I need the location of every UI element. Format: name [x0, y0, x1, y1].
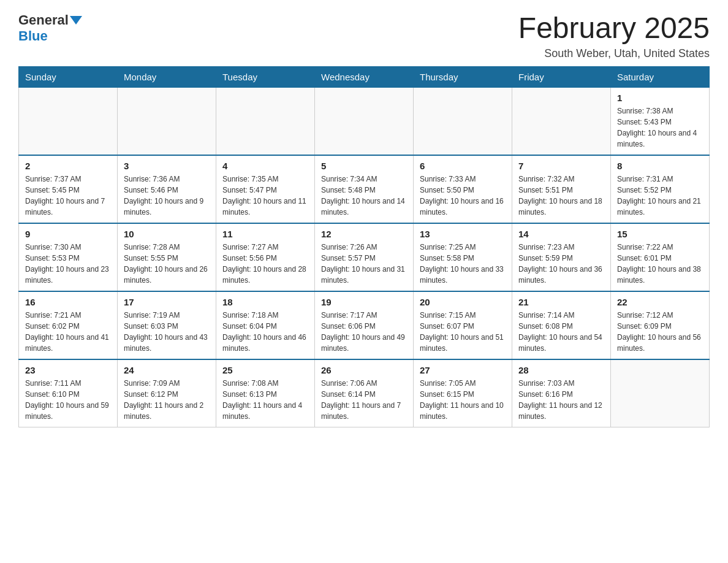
day-number: 3: [124, 161, 210, 171]
day-number: 25: [222, 365, 308, 375]
day-info: Sunrise: 7:18 AMSunset: 6:04 PMDaylight:…: [222, 310, 308, 354]
day-number: 15: [617, 229, 703, 239]
day-number: 8: [617, 161, 703, 171]
calendar-cell: [216, 87, 315, 155]
logo: General Blue: [18, 12, 83, 44]
day-info: Sunrise: 7:14 AMSunset: 6:08 PMDaylight:…: [518, 310, 604, 354]
day-number: 27: [420, 365, 506, 375]
day-info: Sunrise: 7:38 AMSunset: 5:43 PMDaylight:…: [617, 105, 703, 150]
calendar-cell: 19Sunrise: 7:17 AMSunset: 6:06 PMDayligh…: [315, 291, 414, 359]
weekday-header-tuesday: Tuesday: [216, 66, 315, 87]
day-number: 12: [321, 229, 407, 239]
day-number: 19: [321, 297, 407, 307]
day-info: Sunrise: 7:17 AMSunset: 6:06 PMDaylight:…: [321, 310, 407, 354]
day-number: 6: [420, 161, 506, 171]
day-info: Sunrise: 7:21 AMSunset: 6:02 PMDaylight:…: [25, 310, 111, 354]
day-number: 28: [518, 365, 604, 375]
day-info: Sunrise: 7:33 AMSunset: 5:50 PMDaylight:…: [420, 174, 506, 218]
month-title: February 2025: [518, 12, 710, 45]
calendar-cell: [512, 87, 611, 155]
location-text: South Weber, Utah, United States: [518, 47, 710, 60]
calendar-cell: 2Sunrise: 7:37 AMSunset: 5:45 PMDaylight…: [19, 155, 118, 223]
day-info: Sunrise: 7:28 AMSunset: 5:55 PMDaylight:…: [124, 242, 210, 286]
calendar-cell: 23Sunrise: 7:11 AMSunset: 6:10 PMDayligh…: [19, 359, 118, 427]
calendar-table: SundayMondayTuesdayWednesdayThursdayFrid…: [18, 66, 710, 427]
weekday-header-wednesday: Wednesday: [315, 66, 414, 87]
calendar-cell: 22Sunrise: 7:12 AMSunset: 6:09 PMDayligh…: [611, 291, 710, 359]
day-number: 10: [124, 229, 210, 239]
calendar-cell: [611, 359, 710, 427]
day-number: 13: [420, 229, 506, 239]
calendar-cell: 20Sunrise: 7:15 AMSunset: 6:07 PMDayligh…: [414, 291, 512, 359]
day-info: Sunrise: 7:37 AMSunset: 5:45 PMDaylight:…: [25, 174, 111, 218]
calendar-cell: 7Sunrise: 7:32 AMSunset: 5:51 PMDaylight…: [512, 155, 611, 223]
calendar-cell: [414, 87, 512, 155]
day-number: 26: [321, 365, 407, 375]
day-number: 23: [25, 365, 111, 375]
day-number: 14: [518, 229, 604, 239]
day-number: 1: [617, 93, 703, 103]
calendar-cell: 13Sunrise: 7:25 AMSunset: 5:58 PMDayligh…: [414, 223, 512, 291]
calendar-cell: 4Sunrise: 7:35 AMSunset: 5:47 PMDaylight…: [216, 155, 315, 223]
day-number: 9: [25, 229, 111, 239]
day-info: Sunrise: 7:26 AMSunset: 5:57 PMDaylight:…: [321, 242, 407, 286]
logo-blue-text: Blue: [18, 28, 48, 44]
day-number: 22: [617, 297, 703, 307]
logo-arrow-icon: [70, 16, 82, 25]
day-info: Sunrise: 7:34 AMSunset: 5:48 PMDaylight:…: [321, 174, 407, 218]
day-info: Sunrise: 7:35 AMSunset: 5:47 PMDaylight:…: [222, 174, 308, 218]
calendar-cell: 1Sunrise: 7:38 AMSunset: 5:43 PMDaylight…: [611, 87, 710, 155]
calendar-cell: [118, 87, 216, 155]
calendar-cell: 11Sunrise: 7:27 AMSunset: 5:56 PMDayligh…: [216, 223, 315, 291]
day-info: Sunrise: 7:23 AMSunset: 5:59 PMDaylight:…: [518, 242, 604, 286]
day-info: Sunrise: 7:30 AMSunset: 5:53 PMDaylight:…: [25, 242, 111, 286]
weekday-header-thursday: Thursday: [414, 66, 512, 87]
day-number: 5: [321, 161, 407, 171]
logo-general-text: General: [18, 12, 69, 28]
day-info: Sunrise: 7:03 AMSunset: 6:16 PMDaylight:…: [518, 378, 604, 422]
day-number: 21: [518, 297, 604, 307]
calendar-cell: 17Sunrise: 7:19 AMSunset: 6:03 PMDayligh…: [118, 291, 216, 359]
calendar-cell: 3Sunrise: 7:36 AMSunset: 5:46 PMDaylight…: [118, 155, 216, 223]
calendar-cell: 10Sunrise: 7:28 AMSunset: 5:55 PMDayligh…: [118, 223, 216, 291]
weekday-header-row: SundayMondayTuesdayWednesdayThursdayFrid…: [19, 66, 710, 87]
calendar-week-row: 1Sunrise: 7:38 AMSunset: 5:43 PMDaylight…: [19, 87, 710, 155]
day-number: 11: [222, 229, 308, 239]
day-info: Sunrise: 7:22 AMSunset: 6:01 PMDaylight:…: [617, 242, 703, 286]
calendar-cell: 26Sunrise: 7:06 AMSunset: 6:14 PMDayligh…: [315, 359, 414, 427]
day-info: Sunrise: 7:19 AMSunset: 6:03 PMDaylight:…: [124, 310, 210, 354]
weekday-header-monday: Monday: [118, 66, 216, 87]
day-number: 4: [222, 161, 308, 171]
day-info: Sunrise: 7:09 AMSunset: 6:12 PMDaylight:…: [124, 378, 210, 422]
weekday-header-saturday: Saturday: [611, 66, 710, 87]
day-number: 18: [222, 297, 308, 307]
day-info: Sunrise: 7:05 AMSunset: 6:15 PMDaylight:…: [420, 378, 506, 422]
day-number: 20: [420, 297, 506, 307]
weekday-header-sunday: Sunday: [19, 66, 118, 87]
calendar-cell: 15Sunrise: 7:22 AMSunset: 6:01 PMDayligh…: [611, 223, 710, 291]
day-info: Sunrise: 7:06 AMSunset: 6:14 PMDaylight:…: [321, 378, 407, 422]
calendar-cell: 5Sunrise: 7:34 AMSunset: 5:48 PMDaylight…: [315, 155, 414, 223]
day-info: Sunrise: 7:31 AMSunset: 5:52 PMDaylight:…: [617, 174, 703, 218]
calendar-cell: 12Sunrise: 7:26 AMSunset: 5:57 PMDayligh…: [315, 223, 414, 291]
calendar-cell: 6Sunrise: 7:33 AMSunset: 5:50 PMDaylight…: [414, 155, 512, 223]
calendar-week-row: 23Sunrise: 7:11 AMSunset: 6:10 PMDayligh…: [19, 359, 710, 427]
weekday-header-friday: Friday: [512, 66, 611, 87]
day-number: 24: [124, 365, 210, 375]
calendar-week-row: 9Sunrise: 7:30 AMSunset: 5:53 PMDaylight…: [19, 223, 710, 291]
day-info: Sunrise: 7:11 AMSunset: 6:10 PMDaylight:…: [25, 378, 111, 422]
calendar-cell: 16Sunrise: 7:21 AMSunset: 6:02 PMDayligh…: [19, 291, 118, 359]
calendar-cell: 18Sunrise: 7:18 AMSunset: 6:04 PMDayligh…: [216, 291, 315, 359]
day-info: Sunrise: 7:32 AMSunset: 5:51 PMDaylight:…: [518, 174, 604, 218]
day-info: Sunrise: 7:08 AMSunset: 6:13 PMDaylight:…: [222, 378, 308, 422]
day-info: Sunrise: 7:25 AMSunset: 5:58 PMDaylight:…: [420, 242, 506, 286]
title-section: February 2025 South Weber, Utah, United …: [518, 12, 710, 60]
page-header: General Blue February 2025 South Weber, …: [18, 12, 710, 60]
calendar-cell: 24Sunrise: 7:09 AMSunset: 6:12 PMDayligh…: [118, 359, 216, 427]
day-info: Sunrise: 7:12 AMSunset: 6:09 PMDaylight:…: [617, 310, 703, 354]
calendar-cell: [315, 87, 414, 155]
day-number: 2: [25, 161, 111, 171]
day-info: Sunrise: 7:27 AMSunset: 5:56 PMDaylight:…: [222, 242, 308, 286]
day-number: 17: [124, 297, 210, 307]
calendar-cell: [19, 87, 118, 155]
